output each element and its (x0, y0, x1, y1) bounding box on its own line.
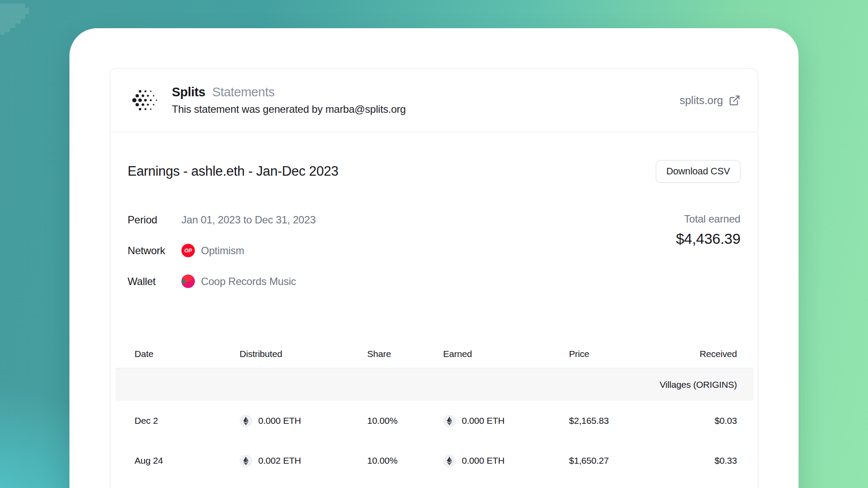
brand-product: Statements (212, 85, 275, 99)
col-header-received: Received (690, 340, 753, 368)
background-pixel-decoration (0, 3, 38, 35)
table-row: Jul 20 1.029 ETH 10.00% 0.103 ETH (115, 481, 753, 488)
distributed-value: 0.002 ETH (258, 455, 301, 466)
eth-icon (240, 455, 252, 467)
cell-received: $0.33 (690, 441, 753, 481)
cell-received: $195.02 (690, 481, 753, 488)
cell-share: 10.00% (367, 401, 443, 441)
distributed-value: 0.000 ETH (258, 416, 301, 426)
meta-row-period: Period Jan 01, 2023 to Dec 31, 2023 (128, 213, 316, 226)
cell-date: Aug 24 (115, 441, 240, 481)
cell-distributed: 0.002 ETH (240, 441, 367, 481)
cell-price: $1,895.90 (569, 481, 690, 488)
cell-distributed: 1.029 ETH (240, 481, 367, 488)
total-earned-block: Total earned $4,436.39 (676, 213, 740, 247)
cell-received: $0.03 (690, 401, 753, 441)
meta-row-network: Network OP Optimism (128, 244, 316, 257)
splits-org-link[interactable]: splits.org (680, 94, 740, 107)
network-label: Network (128, 245, 181, 257)
earnings-table: Date Distributed Share Earned Price Rece… (115, 340, 753, 488)
group-row-label: Villages (ORIGINS) (115, 368, 753, 401)
table-row: Aug 24 0.002 ETH 10.00% 0.000 ETH (115, 441, 753, 481)
cell-earned: 0.000 ETH (443, 441, 569, 481)
cell-price: $1,650.27 (569, 441, 690, 481)
cell-share: 10.00% (367, 481, 443, 488)
meta-row-wallet: Wallet Coop Records Musi (128, 275, 316, 288)
statement-card: Splits Statements This statement was gen… (110, 68, 758, 488)
eth-icon (443, 455, 456, 467)
wallet-label: Wallet (128, 275, 181, 288)
page-title: Earnings - ashle.eth - Jan-Dec 2023 (128, 164, 339, 179)
meta-list: Period Jan 01, 2023 to Dec 31, 2023 Netw… (128, 213, 316, 305)
eth-icon (443, 415, 456, 427)
download-csv-button[interactable]: Download CSV (656, 160, 740, 183)
period-label: Period (128, 214, 181, 226)
total-earned-label: Total earned (676, 213, 740, 225)
wallet-avatar (181, 275, 195, 288)
statement-header: Splits Statements This statement was gen… (110, 69, 758, 132)
brand-name: Splits (172, 85, 205, 99)
cell-distributed: 0.000 ETH (240, 401, 367, 441)
cell-date: Dec 2 (115, 401, 240, 441)
statement-generated-by: This statement was generated by marba@sp… (172, 103, 406, 115)
cell-earned: 0.103 ETH (443, 481, 569, 488)
statement-body: Earnings - ashle.eth - Jan-Dec 2023 Down… (110, 160, 758, 305)
splits-org-link-label: splits.org (680, 94, 723, 107)
table-row: Dec 2 0.000 ETH 10.00% 0.000 ETH (115, 401, 753, 441)
page-card: Splits Statements This statement was gen… (69, 28, 799, 488)
period-value: Jan 01, 2023 to Dec 31, 2023 (181, 214, 316, 226)
eth-icon (240, 415, 252, 427)
col-header-share: Share (367, 340, 443, 368)
optimism-icon: OP (181, 244, 195, 257)
title-row: Earnings - ashle.eth - Jan-Dec 2023 Down… (128, 160, 740, 183)
table-header-row: Date Distributed Share Earned Price Rece… (115, 340, 753, 368)
brand-text: Splits Statements This statement was gen… (172, 85, 406, 115)
brand-group: Splits Statements This statement was gen… (128, 84, 406, 116)
earned-value: 0.000 ETH (462, 455, 505, 466)
meta-section: Period Jan 01, 2023 to Dec 31, 2023 Netw… (128, 213, 740, 305)
splits-logo-icon (128, 84, 161, 116)
col-header-earned: Earned (443, 340, 569, 368)
wallet-value: Coop Records Music (201, 275, 296, 288)
total-earned-value: $4,436.39 (676, 230, 740, 247)
earned-value: 0.000 ETH (462, 416, 505, 426)
optimism-badge: OP (181, 244, 195, 257)
brand-title: Splits Statements (172, 85, 406, 99)
cell-date: Jul 20 (115, 481, 240, 488)
col-header-date: Date (115, 340, 240, 368)
cell-share: 10.00% (367, 441, 443, 481)
col-header-price: Price (569, 340, 690, 368)
external-link-icon (729, 95, 740, 106)
cell-price: $2,165.83 (569, 401, 690, 441)
cell-earned: 0.000 ETH (443, 401, 569, 441)
table-group-row: Villages (ORIGINS) (115, 368, 753, 401)
network-value: Optimism (201, 245, 244, 257)
col-header-distributed: Distributed (240, 340, 367, 368)
